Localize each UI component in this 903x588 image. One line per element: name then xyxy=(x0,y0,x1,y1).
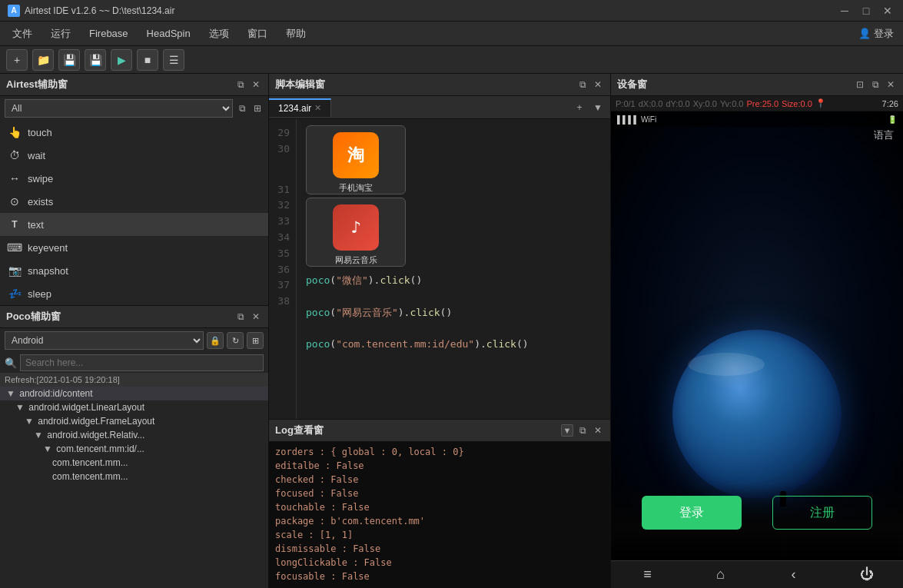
line-numbers: 29 30 31 32 33 34 35 36 37 38 xyxy=(269,119,297,419)
sleep-icon: 💤 xyxy=(8,287,22,301)
toolbar-save-all[interactable]: 💾 xyxy=(85,49,106,71)
code-editor[interactable]: 淘 手机淘宝 ♪ 网易云音乐 poco("微信").click() xyxy=(297,119,610,419)
log-close-btn[interactable]: ✕ xyxy=(592,424,604,437)
close-button[interactable]: ✕ xyxy=(880,5,895,17)
snapshot-label: snapshot xyxy=(28,265,68,277)
tab-close-btn[interactable]: ✕ xyxy=(314,103,321,113)
script-close-btn[interactable]: ✕ xyxy=(592,78,604,91)
phone-register-btn[interactable]: 注册 xyxy=(772,496,872,530)
tree-item[interactable]: ▼ android.widget.Relativ... xyxy=(0,428,268,442)
minimize-button[interactable]: ─ xyxy=(837,5,852,17)
api-touch[interactable]: 👆 touch xyxy=(0,121,268,144)
time-label: 7:26 xyxy=(882,99,898,108)
airtest-settings-btn[interactable]: ⊞ xyxy=(251,102,264,115)
menu-window[interactable]: 窗口 xyxy=(238,24,277,44)
stat-yv: Yv:0.0 xyxy=(720,99,744,108)
poco-restore-btn[interactable]: ⧉ xyxy=(234,311,247,323)
toolbar: + 📁 💾 💾 ▶ ■ ☰ xyxy=(0,46,903,74)
toolbar-save[interactable]: 💾 xyxy=(58,49,80,71)
poco-search-input[interactable] xyxy=(20,354,264,371)
api-text[interactable]: T text xyxy=(0,213,268,236)
toolbar-new[interactable]: + xyxy=(6,49,28,71)
login-button[interactable]: 👤 登录 xyxy=(858,27,894,41)
exists-label: exists xyxy=(28,196,53,208)
toolbar-stop[interactable]: ■ xyxy=(137,49,158,71)
touch-icon: 👆 xyxy=(8,125,22,139)
nav-home-btn[interactable]: ⌂ xyxy=(705,563,736,587)
device-screen[interactable]: ▌▌▌▌ WiFi 🔋 语言 登录 注册 xyxy=(611,111,903,560)
poco-settings-btn[interactable]: ⊞ xyxy=(247,332,264,349)
battery-icon: 🔋 xyxy=(888,115,897,124)
airtest-close-btn[interactable]: ✕ xyxy=(250,78,262,91)
text-label: text xyxy=(28,219,44,231)
nav-back-btn[interactable]: ‹ xyxy=(779,563,809,587)
maximize-button[interactable]: □ xyxy=(858,5,874,17)
script-editor: 脚本编辑窗 ⧉ ✕ 1234.air ✕ + ▼ 29 3 xyxy=(269,74,610,419)
api-exists[interactable]: ⊙ exists xyxy=(0,190,268,213)
airtest-filter-select[interactable]: All xyxy=(5,99,233,118)
device-restore-btn[interactable]: ⧉ xyxy=(869,78,881,91)
phone-login-btn[interactable]: 登录 xyxy=(642,496,742,530)
airtest-copy-btn[interactable]: ⧉ xyxy=(236,102,248,115)
tree-item[interactable]: com.tencent.mm... xyxy=(0,456,268,470)
poco-panel: Poco辅助窗 ⧉ ✕ Android 🔒 ↻ ⊞ 🔍 Refresh:[202… xyxy=(0,306,268,588)
code-image-taobao: 淘 手机淘宝 xyxy=(306,125,601,194)
menu-bar: 文件 运行 Firebase HeadSpin 选项 窗口 帮助 👤 登录 xyxy=(0,22,903,46)
swipe-icon: ↔ xyxy=(8,171,22,185)
location-icon: 📍 xyxy=(815,98,826,108)
menu-run[interactable]: 运行 xyxy=(41,24,80,44)
earth-clouds xyxy=(688,353,765,376)
menu-options[interactable]: 选项 xyxy=(200,24,238,44)
log-line: zorders : { global : 0, local : 0} xyxy=(275,445,604,459)
log-panel: Log查看窗 ▼ ⧉ ✕ zorders : { global : 0, loc… xyxy=(269,419,610,588)
poco-platform-select[interactable]: Android xyxy=(5,331,204,350)
stat-p: P:0/1 xyxy=(616,99,636,108)
device-screenshot-btn[interactable]: ⊡ xyxy=(854,78,866,91)
add-tab-btn[interactable]: + xyxy=(572,100,587,115)
api-snapshot[interactable]: 📷 snapshot xyxy=(0,259,268,282)
poco-filter-row: Android 🔒 ↻ ⊞ xyxy=(0,328,268,353)
tree-item[interactable]: ▼ android.widget.LinearLayout xyxy=(0,400,268,414)
login-label: 登录 xyxy=(874,27,894,41)
log-header: Log查看窗 ▼ ⧉ ✕ xyxy=(269,420,610,442)
api-keyevent[interactable]: ⌨ keyevent xyxy=(0,236,268,259)
refresh-label: Refresh:[2021-01-05 19:20:18] xyxy=(5,375,120,384)
menu-help[interactable]: 帮助 xyxy=(277,24,315,44)
airtest-restore-btn[interactable]: ⧉ xyxy=(234,78,247,91)
menu-headspin[interactable]: HeadSpin xyxy=(138,25,200,42)
text-icon: T xyxy=(8,218,22,231)
toolbar-run[interactable]: ▶ xyxy=(111,49,132,71)
poco-refresh-btn[interactable]: ↻ xyxy=(227,332,244,349)
api-swipe[interactable]: ↔ swipe xyxy=(0,167,268,190)
toolbar-open[interactable]: 📁 xyxy=(32,49,54,71)
nav-power-btn[interactable]: ⏻ xyxy=(852,563,882,587)
device-window-header: 设备窗 ⊡ ⧉ ✕ xyxy=(611,74,903,96)
log-line: focused : False xyxy=(275,487,604,500)
tree-item[interactable]: ▼ android:id/content xyxy=(0,387,268,400)
touch-label: touch xyxy=(28,127,52,138)
tab-1234air[interactable]: 1234.air ✕ xyxy=(269,98,331,117)
airtest-panel-header: Airtest辅助窗 ⧉ ✕ xyxy=(0,74,268,96)
toolbar-menu[interactable]: ☰ xyxy=(163,49,184,71)
poco-close-btn[interactable]: ✕ xyxy=(250,311,262,323)
device-close-btn[interactable]: ✕ xyxy=(885,78,897,91)
sleep-label: sleep xyxy=(28,288,51,300)
phone-action-buttons: 登录 注册 xyxy=(611,496,903,530)
poco-lock-btn[interactable]: 🔒 xyxy=(207,332,224,349)
api-wait[interactable]: ⏱ wait xyxy=(0,144,268,167)
poco-panel-title: Poco辅助窗 xyxy=(6,310,61,324)
log-restore-btn[interactable]: ⧉ xyxy=(576,424,589,437)
log-filter-btn[interactable]: ▼ xyxy=(561,424,573,437)
menu-firebase[interactable]: Firebase xyxy=(80,25,138,42)
tree-item[interactable]: com.tencent.mm... xyxy=(0,470,268,483)
menu-file[interactable]: 文件 xyxy=(3,24,41,44)
middle-panel: 脚本编辑窗 ⧉ ✕ 1234.air ✕ + ▼ 29 3 xyxy=(269,74,611,588)
api-sleep[interactable]: 💤 sleep xyxy=(0,282,268,305)
script-restore-btn[interactable]: ⧉ xyxy=(576,78,589,91)
tab-dropdown-btn[interactable]: ▼ xyxy=(590,100,606,115)
log-line: touchable : False xyxy=(275,500,604,514)
tree-item[interactable]: ▼ android.widget.FrameLayout xyxy=(0,414,268,428)
tree-item[interactable]: ▼ com.tencent.mm:id/... xyxy=(0,442,268,456)
code-line-34: poco("网易云音乐").click() xyxy=(306,305,601,321)
nav-menu-btn[interactable]: ≡ xyxy=(632,563,663,587)
